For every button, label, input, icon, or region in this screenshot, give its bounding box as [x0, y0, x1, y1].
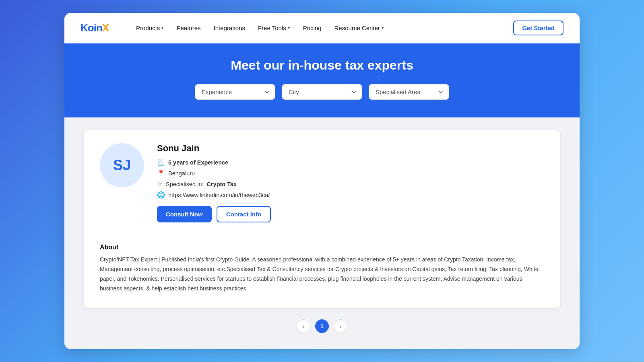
action-buttons: Consult Now Contact Info: [157, 206, 544, 222]
pagination-page-1[interactable]: 1: [315, 319, 329, 333]
chevron-down-icon: ▾: [161, 25, 164, 31]
briefcase-icon: 🧾: [157, 158, 165, 166]
filter-row: Experience City Specialised Area: [80, 84, 564, 100]
expert-name: Sonu Jain: [157, 143, 544, 154]
city-filter[interactable]: City: [282, 84, 362, 100]
expert-info: Sonu Jain 🧾 5 years of Experience 📍 Beng…: [157, 143, 544, 222]
linkedin-link[interactable]: https://www.linkedin.com/in/theweb3ca/: [168, 192, 270, 198]
expert-location: 📍 Bengaluru: [157, 169, 544, 177]
chevron-right-icon: ›: [340, 323, 342, 329]
pagination-next[interactable]: ›: [334, 319, 347, 333]
chevron-down-icon: ▾: [288, 25, 290, 31]
pagination-prev[interactable]: ‹: [297, 319, 310, 333]
expert-specialisation: ☆ Specialised in: Crypto Tax: [157, 180, 544, 188]
about-text: Crypto/NFT Tax Expert | Published India'…: [100, 255, 544, 293]
expert-experience: 🧾 5 years of Experience: [157, 158, 544, 166]
hero-title: Meet our in-house tax experts: [80, 58, 564, 73]
nav-resource-center[interactable]: Resource Center ▾: [330, 21, 389, 35]
nav-pricing[interactable]: Pricing: [298, 21, 326, 35]
nav-free-tools[interactable]: Free Tools ▾: [253, 21, 295, 35]
location-icon: 📍: [157, 169, 165, 177]
nav-links: Products ▾ Features Integrations Free To…: [131, 21, 500, 35]
nav-products[interactable]: Products ▾: [131, 21, 169, 35]
globe-icon: 🌐: [157, 191, 165, 199]
experience-filter[interactable]: Experience: [195, 84, 275, 100]
nav-integrations[interactable]: Integrations: [209, 21, 250, 35]
nav-features[interactable]: Features: [172, 21, 205, 35]
expert-header: SJ Sonu Jain 🧾 5 years of Experience 📍 B…: [100, 143, 544, 222]
navbar: KoinX Products ▾ Features Integrations F…: [64, 13, 580, 43]
nav-cta: Get Started: [513, 21, 564, 35]
pagination: ‹ 1 ›: [84, 319, 560, 333]
specialised-area-filter[interactable]: Specialised Area: [369, 84, 449, 100]
expert-linkedin: 🌐 https://www.linkedin.com/in/theweb3ca/: [157, 191, 544, 199]
chevron-left-icon: ‹: [303, 323, 305, 329]
chevron-down-icon: ▾: [382, 25, 384, 31]
get-started-button[interactable]: Get Started: [513, 21, 564, 35]
about-section: About Crypto/NFT Tax Expert | Published …: [100, 234, 544, 293]
logo[interactable]: KoinX: [80, 22, 109, 34]
about-title: About: [100, 244, 544, 251]
avatar: SJ: [100, 143, 144, 187]
logo-text: Koin: [80, 22, 102, 34]
hero-section: Meet our in-house tax experts Experience…: [64, 43, 580, 117]
logo-x: X: [102, 22, 109, 34]
star-icon: ☆: [157, 180, 163, 188]
content-section: SJ Sonu Jain 🧾 5 years of Experience 📍 B…: [64, 117, 580, 349]
expert-card: SJ Sonu Jain 🧾 5 years of Experience 📍 B…: [84, 130, 560, 308]
consult-now-button[interactable]: Consult Now: [157, 206, 212, 222]
contact-info-button[interactable]: Contact Info: [217, 206, 271, 222]
